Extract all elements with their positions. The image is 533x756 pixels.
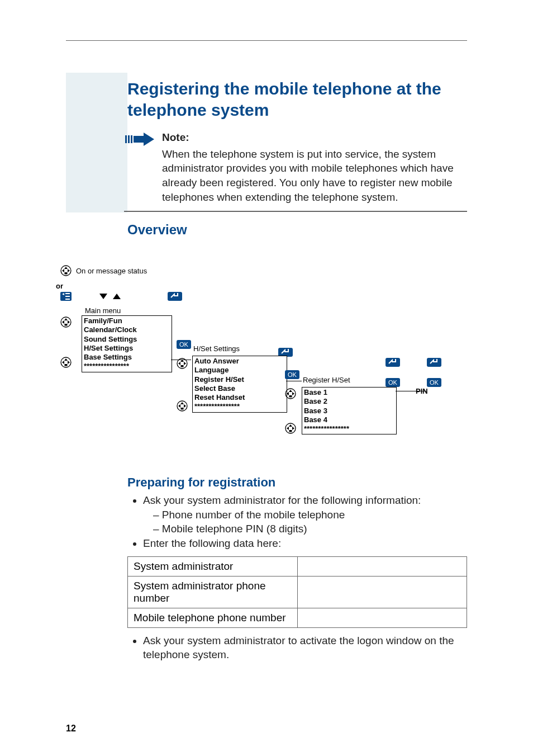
svg-rect-18 xyxy=(65,324,68,326)
svg-marker-10 xyxy=(62,293,64,295)
menu-item: Base 1 xyxy=(304,388,394,397)
menu-item: Family/Fun xyxy=(84,316,170,325)
svg-marker-20 xyxy=(64,358,68,361)
prep-sub-1: Phone number of the mobile telephone xyxy=(153,508,467,522)
table-cell-label: System administrator phone number xyxy=(128,576,298,608)
menu-item: Base Settings xyxy=(84,353,170,362)
svg-rect-12 xyxy=(65,296,70,297)
menu-item: **************** xyxy=(194,402,285,411)
svg-marker-36 xyxy=(287,392,289,395)
hset-settings-menu-box: Auto Answer Language Register H/Set Sele… xyxy=(192,356,287,413)
svg-marker-16 xyxy=(62,320,64,324)
page-title: Registering the mobile telephone at the … xyxy=(127,78,467,120)
back-key-icon xyxy=(168,292,182,301)
svg-marker-17 xyxy=(68,320,70,324)
menu-item: Sound Settings xyxy=(84,335,170,344)
dpad-icon xyxy=(177,358,188,371)
svg-rect-33 xyxy=(181,408,184,410)
register-hset-label: Register H/Set xyxy=(303,376,350,384)
svg-marker-6 xyxy=(64,267,68,269)
dpad-icon xyxy=(60,265,72,276)
svg-marker-4 xyxy=(144,133,154,146)
back-key-icon xyxy=(386,358,400,367)
main-menu-label: Main menu xyxy=(85,306,121,315)
prep-bullet-1: Ask your system administrator for the fo… xyxy=(143,494,421,506)
table-cell-label: Mobile telephone phone number xyxy=(128,608,298,627)
svg-marker-26 xyxy=(178,362,180,365)
preparing-heading: Preparing for registration xyxy=(127,475,467,490)
svg-marker-27 xyxy=(184,362,186,365)
table-row: Mobile telephone phone number xyxy=(128,608,467,627)
svg-rect-13 xyxy=(65,299,70,300)
table-cell-value[interactable] xyxy=(297,576,467,608)
down-arrow-icon xyxy=(99,294,107,299)
menu-item: Language xyxy=(194,366,285,375)
table-cell-value[interactable] xyxy=(297,556,467,576)
svg-rect-1 xyxy=(128,135,130,143)
svg-marker-21 xyxy=(62,361,64,364)
svg-marker-35 xyxy=(289,390,292,392)
menu-item: **************** xyxy=(84,362,170,371)
dpad-icon xyxy=(60,316,72,329)
svg-marker-37 xyxy=(292,392,294,395)
page-number: 12 xyxy=(66,724,76,734)
svg-marker-31 xyxy=(178,404,180,408)
left-margin-band xyxy=(66,73,127,212)
dpad-icon xyxy=(285,388,296,401)
ok-key-icon: OK xyxy=(177,340,191,349)
dpad-icon xyxy=(60,357,72,370)
overview-heading: Overview xyxy=(127,222,467,238)
menu-item: Calendar/Clock xyxy=(84,325,170,334)
registration-info-table: System administrator System administrato… xyxy=(127,556,467,628)
svg-rect-9 xyxy=(65,272,68,275)
menu-item: H/Set Settings xyxy=(84,344,170,353)
svg-marker-15 xyxy=(64,318,68,320)
prep-bullet-3: Ask your system administrator to activat… xyxy=(143,634,467,662)
table-row: System administrator xyxy=(128,556,467,576)
register-hset-menu-box: Base 1 Base 2 Base 3 Base 4 ************… xyxy=(302,387,397,434)
svg-rect-38 xyxy=(289,395,292,398)
menu-item: Base 2 xyxy=(304,397,394,406)
up-arrow-icon xyxy=(113,294,121,299)
ok-key-icon: OK xyxy=(386,378,400,387)
menu-item: Base 3 xyxy=(304,407,394,415)
svg-rect-28 xyxy=(181,365,184,367)
svg-rect-43 xyxy=(289,430,292,432)
menu-key-icon xyxy=(60,292,72,301)
menu-item: Register H/Set xyxy=(194,375,285,384)
menu-item: Base 4 xyxy=(304,415,394,424)
svg-marker-30 xyxy=(180,402,184,404)
main-menu-box: Family/Fun Calendar/Clock Sound Settings… xyxy=(82,315,172,372)
prep-bullet-2: Enter the following data here: xyxy=(143,536,467,551)
menu-item: Select Base xyxy=(194,384,285,393)
svg-rect-3 xyxy=(134,136,144,143)
svg-rect-0 xyxy=(125,135,127,143)
svg-marker-41 xyxy=(287,427,289,430)
table-cell-label: System administrator xyxy=(128,556,298,576)
prep-sub-2: Mobile telephone PIN (8 digits) xyxy=(153,522,467,536)
menu-item: Reset Handset xyxy=(194,393,285,402)
note-label: Note: xyxy=(162,130,467,145)
svg-marker-42 xyxy=(292,427,294,430)
header-rule xyxy=(66,40,467,41)
svg-marker-8 xyxy=(68,269,70,272)
connector-line xyxy=(286,381,302,381)
svg-marker-7 xyxy=(62,269,64,272)
note-text: When the telephone system is put into se… xyxy=(162,147,467,205)
dpad-icon xyxy=(177,400,188,413)
note-block: Note: When the telephone system is put i… xyxy=(124,130,467,212)
hset-settings-label: H/Set Settings xyxy=(193,344,240,353)
preparing-section: Preparing for registration Ask your syst… xyxy=(127,475,467,662)
table-row: System administrator phone number xyxy=(128,576,467,608)
overview-diagram: On or message status or Main menu Family… xyxy=(56,257,467,442)
menu-item: **************** xyxy=(304,424,394,433)
svg-rect-11 xyxy=(65,293,70,294)
ok-key-icon: OK xyxy=(285,370,299,379)
status-text: On or message status xyxy=(76,267,147,275)
ok-key-icon: OK xyxy=(427,378,441,387)
svg-marker-25 xyxy=(180,360,184,362)
svg-rect-23 xyxy=(65,364,68,366)
back-key-icon xyxy=(427,358,441,367)
table-cell-value[interactable] xyxy=(297,608,467,627)
pin-label: PIN xyxy=(416,387,428,395)
